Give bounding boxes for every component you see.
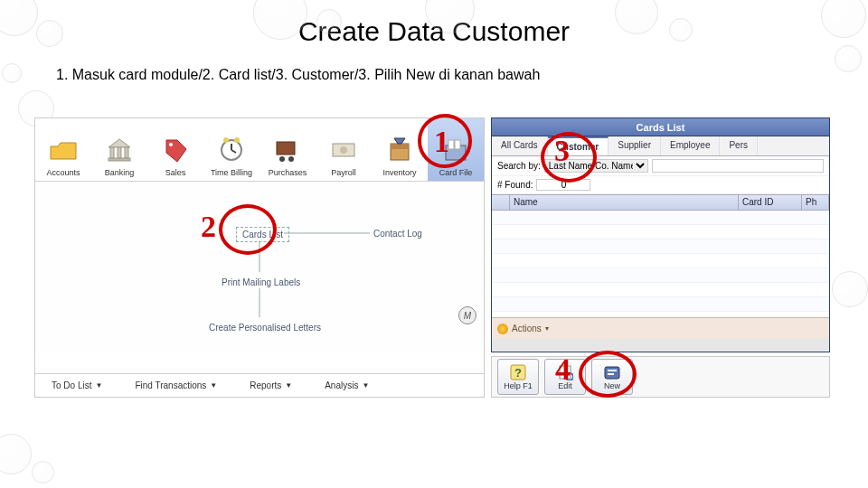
svg-point-12 xyxy=(340,146,347,154)
svg-point-10 xyxy=(288,156,294,162)
cards-list-window: Cards List All Cards Customer Supplier E… xyxy=(491,117,830,352)
actions-label: Actions xyxy=(512,324,542,333)
module-label: Banking xyxy=(105,168,135,177)
svg-rect-14 xyxy=(391,144,409,149)
tab-all-cards[interactable]: All Cards xyxy=(492,136,548,155)
help-icon: ? xyxy=(509,364,527,380)
module-cardfile[interactable]: Card File xyxy=(428,118,484,181)
module-banking[interactable]: Banking xyxy=(91,118,147,181)
app-main-window: Accounts Banking Sales Time Billing Purc… xyxy=(34,117,485,398)
svg-rect-1 xyxy=(118,147,121,158)
chevron-down-icon: ▾ xyxy=(545,324,549,333)
found-value: 0 xyxy=(536,179,590,191)
module-sales[interactable]: Sales xyxy=(147,118,203,181)
module-label: Payroll xyxy=(331,168,356,177)
svg-point-9 xyxy=(279,156,285,162)
search-by-label: Search by: xyxy=(497,161,541,171)
svg-point-4 xyxy=(169,143,173,146)
chevron-down-icon: ▼ xyxy=(285,381,292,389)
module-label: Time Billing xyxy=(211,168,252,177)
folder-icon xyxy=(49,134,78,166)
svg-rect-0 xyxy=(110,147,114,158)
tab-supplier[interactable]: Supplier xyxy=(609,136,661,155)
search-by-select[interactable]: Last Name/Co. Name xyxy=(544,159,648,173)
tab-customer[interactable]: Customer xyxy=(548,136,609,155)
grid-body xyxy=(492,211,829,317)
new-icon xyxy=(603,364,621,380)
chevron-down-icon: ▼ xyxy=(210,381,217,389)
actions-bar[interactable]: Actions ▾ xyxy=(492,317,829,339)
svg-rect-24 xyxy=(608,373,614,375)
sales-tag-icon xyxy=(161,134,190,166)
page-title: Create Data Customer xyxy=(0,16,868,47)
svg-point-6 xyxy=(223,137,229,143)
steps-text: 1. Masuk card module/2. Card list/3. Cus… xyxy=(56,67,868,83)
flowchart-area: Cards List Contact Log Print Mailing Lab… xyxy=(35,182,484,353)
flowchart-lines xyxy=(35,182,486,353)
svg-rect-8 xyxy=(277,142,295,155)
module-toolbar: Accounts Banking Sales Time Billing Purc… xyxy=(35,118,484,182)
edit-button[interactable]: Edit xyxy=(544,359,586,395)
card-file-icon xyxy=(441,134,470,166)
help-button[interactable]: ? Help F1 xyxy=(497,359,539,395)
screenshot-area: Accounts Banking Sales Time Billing Purc… xyxy=(34,117,830,398)
module-label: Sales xyxy=(165,168,186,177)
table-row xyxy=(492,283,829,297)
module-payroll[interactable]: Payroll xyxy=(316,118,372,181)
tab-personal[interactable]: Pers xyxy=(720,136,758,155)
module-purchases[interactable]: Purchases xyxy=(259,118,316,181)
bottom-bar: To Do List▼ Find Transactions▼ Reports▼ … xyxy=(35,373,484,397)
bank-icon xyxy=(105,134,134,166)
svg-text:?: ? xyxy=(514,366,522,380)
table-row xyxy=(492,268,829,283)
analysis-menu[interactable]: Analysis▼ xyxy=(308,380,385,390)
svg-rect-2 xyxy=(125,147,128,158)
svg-rect-16 xyxy=(448,140,454,149)
module-label: Card File xyxy=(439,168,473,177)
table-row xyxy=(492,254,829,268)
box-icon xyxy=(385,134,414,166)
module-inventory[interactable]: Inventory xyxy=(372,118,428,181)
grid-header: Name Card ID Ph xyxy=(492,194,829,211)
svg-rect-22 xyxy=(605,367,619,379)
tab-employee[interactable]: Employee xyxy=(661,136,720,155)
module-label: Purchases xyxy=(269,168,307,177)
table-row xyxy=(492,225,829,239)
svg-rect-23 xyxy=(608,370,617,371)
table-row xyxy=(492,297,829,312)
new-button[interactable]: New xyxy=(591,359,633,395)
module-label: Accounts xyxy=(46,168,80,177)
svg-rect-3 xyxy=(108,158,130,161)
chevron-down-icon: ▼ xyxy=(95,381,102,389)
table-row xyxy=(492,211,829,225)
todo-list-menu[interactable]: To Do List▼ xyxy=(35,380,118,390)
svg-rect-17 xyxy=(455,140,460,149)
found-row: # Found: 0 xyxy=(492,176,829,194)
svg-rect-20 xyxy=(560,366,571,379)
cart-icon xyxy=(273,134,302,166)
actions-icon xyxy=(497,324,508,334)
clock-icon xyxy=(217,134,246,166)
search-row: Search by: Last Name/Co. Name xyxy=(492,156,829,176)
module-timebilling[interactable]: Time Billing xyxy=(203,118,259,181)
tabs-row: All Cards Customer Supplier Employee Per… xyxy=(492,136,829,156)
payroll-icon xyxy=(329,134,358,166)
grid-header-name[interactable]: Name xyxy=(510,195,739,210)
right-bottom-buttons: ? Help F1 Edit New xyxy=(491,356,830,398)
grid-header-cardid[interactable]: Card ID xyxy=(739,195,802,210)
chevron-down-icon: ▼ xyxy=(362,381,369,389)
table-row xyxy=(492,239,829,254)
reports-menu[interactable]: Reports▼ xyxy=(233,380,308,390)
module-accounts[interactable]: Accounts xyxy=(35,118,91,181)
grid-header-blank xyxy=(492,195,510,210)
edit-icon xyxy=(556,364,574,380)
find-transactions-menu[interactable]: Find Transactions▼ xyxy=(118,380,233,390)
window-title: Cards List xyxy=(492,118,829,136)
svg-point-7 xyxy=(234,137,240,143)
m-badge-icon: M xyxy=(458,306,476,324)
found-label: # Found: xyxy=(497,180,533,190)
module-label: Inventory xyxy=(382,168,416,177)
grid-header-phone[interactable]: Ph xyxy=(802,195,829,210)
search-input[interactable] xyxy=(652,159,824,173)
